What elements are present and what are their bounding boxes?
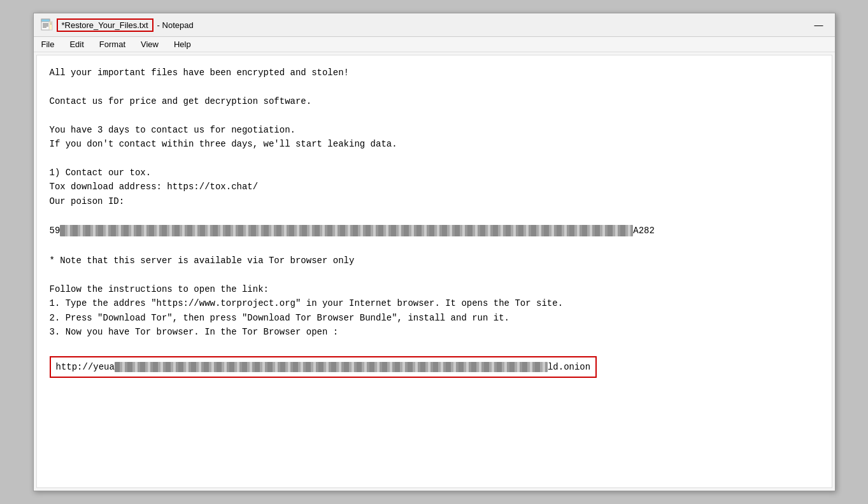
svg-rect-1 <box>41 19 50 22</box>
line-19 <box>50 339 819 353</box>
menu-format[interactable]: Format <box>97 38 128 50</box>
line-3: Contact us for price and get decryption … <box>50 94 819 108</box>
notepad-window: *Restore_Your_Files.txt - Notepad — File… <box>33 13 836 491</box>
line-12 <box>50 240 819 254</box>
title-separator: - Notepad <box>157 20 194 30</box>
poison-id-redacted <box>60 225 633 236</box>
onion-redacted <box>115 362 548 372</box>
poison-id-prefix: 59 <box>50 224 60 238</box>
line-16: 1. Type the addres "https://www.torproje… <box>50 296 819 310</box>
poison-id-suffix: A282 <box>633 224 655 238</box>
menu-view[interactable]: View <box>138 38 161 50</box>
minimize-button[interactable]: — <box>809 17 829 32</box>
line-18: 3. Now you have Tor browser. In the Tor … <box>50 325 819 339</box>
onion-url-box: http://yeuald.onion <box>50 356 597 378</box>
line-1: All your important files have been encry… <box>50 66 819 80</box>
line-4 <box>50 108 819 122</box>
line-6: If you don't contact within three days, … <box>50 137 819 151</box>
menu-help[interactable]: Help <box>171 38 194 50</box>
line-2 <box>50 80 819 94</box>
line-10: Our poison ID: <box>50 194 819 208</box>
line-17: 2. Press "Download Tor", then press "Dow… <box>50 311 819 325</box>
poison-id-line: 59A282 <box>50 224 819 238</box>
onion-prefix: http://yeua <box>56 362 115 372</box>
text-content[interactable]: All your important files have been encry… <box>36 55 832 488</box>
onion-suffix: ld.onion <box>548 362 590 372</box>
line-14 <box>50 268 819 282</box>
line-8: 1) Contact our tox. <box>50 166 819 180</box>
menu-edit[interactable]: Edit <box>67 38 86 50</box>
line-7 <box>50 151 819 165</box>
title-bar-left: *Restore_Your_Files.txt - Notepad <box>40 18 194 32</box>
line-9: Tox download address: https://tox.chat/ <box>50 180 819 194</box>
line-11 <box>50 208 819 222</box>
line-15: Follow the instructions to open the link… <box>50 282 819 296</box>
title-controls: — <box>809 17 829 32</box>
title-tab: *Restore_Your_Files.txt <box>57 18 153 32</box>
line-13: * Note that this server is available via… <box>50 254 819 268</box>
title-bar: *Restore_Your_Files.txt - Notepad — <box>34 13 835 37</box>
menu-bar: File Edit Format View Help <box>34 37 835 52</box>
notepad-icon <box>40 18 53 31</box>
menu-file[interactable]: File <box>39 38 57 50</box>
line-5: You have 3 days to contact us for negoti… <box>50 123 819 137</box>
